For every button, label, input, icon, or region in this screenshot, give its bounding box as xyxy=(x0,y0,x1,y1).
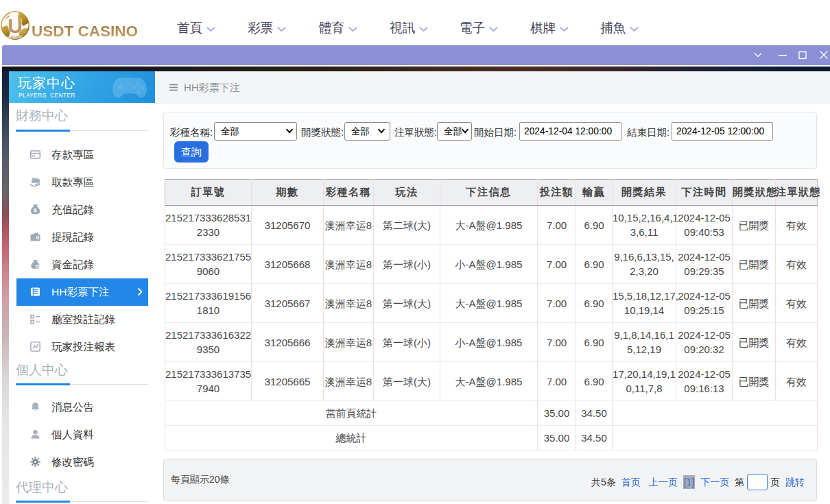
svg-text:$: $ xyxy=(36,265,38,269)
svg-text:CASINO: CASINO xyxy=(8,35,23,39)
svg-text:$: $ xyxy=(34,207,37,213)
svg-text:U: U xyxy=(8,14,23,37)
